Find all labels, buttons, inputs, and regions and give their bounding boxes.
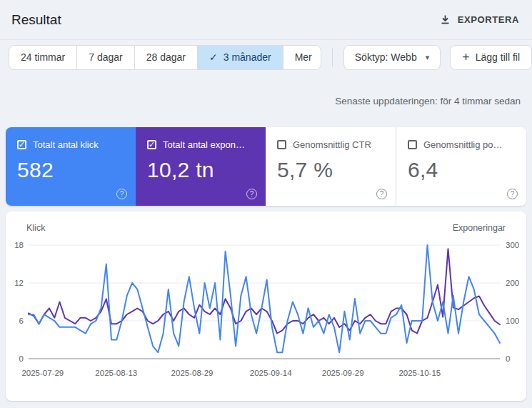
export-label: EXPORTERA — [458, 14, 519, 25]
checkbox-icon[interactable]: ✓ — [17, 140, 26, 149]
plus-icon: + — [462, 50, 470, 65]
chip-label: 28 dagar — [146, 51, 186, 63]
svg-text:200: 200 — [506, 279, 519, 287]
card-value: 6,4 — [408, 158, 515, 182]
help-icon[interactable]: ? — [116, 189, 127, 199]
svg-text:12: 12 — [14, 279, 24, 287]
svg-text:0: 0 — [19, 354, 24, 363]
card-label: Totalt antal klick — [33, 139, 99, 150]
chip-label: Söktyp: Webb — [355, 51, 417, 63]
card-header: Genomsnittlig po… — [408, 139, 515, 150]
card-label: Genomsnittlig po… — [423, 139, 503, 150]
svg-text:100: 100 — [506, 317, 519, 325]
search-console-results-page: Resultat EXPORTERA 24 timmar 7 dagar 28 … — [0, 0, 532, 408]
status-row: Senaste uppdateringen: för 4 timmar seda… — [0, 74, 532, 127]
card-value: 10,2 tn — [147, 158, 254, 182]
chip-24-timmar[interactable]: 24 timmar — [9, 46, 76, 69]
help-icon[interactable]: ? — [376, 189, 387, 199]
card-average-position[interactable]: Genomsnittlig po… 6,4 ? — [396, 127, 526, 206]
card-value: 5,7 % — [277, 158, 384, 182]
chip-mer-dropdown[interactable]: Mer ▾ — [283, 46, 321, 69]
card-average-ctr[interactable]: Genomsnittlig CTR 5,7 % ? — [266, 127, 396, 206]
metric-cards: ✓ Totalt antal klick 582 ? ✓ Totalt anta… — [6, 127, 526, 206]
card-label: Genomsnittlig CTR — [293, 139, 371, 150]
help-icon[interactable]: ? — [507, 189, 518, 199]
svg-text:0: 0 — [506, 354, 510, 363]
chip-label: 3 månader — [224, 51, 271, 63]
svg-text:6: 6 — [19, 317, 24, 325]
svg-text:2025-07-29: 2025-07-29 — [21, 369, 64, 377]
chip-7-dagar[interactable]: 7 dagar — [76, 46, 134, 69]
add-filter-chip[interactable]: + Lägg till fil — [450, 45, 532, 70]
filter-bar: 24 timmar 7 dagar 28 dagar ✓ 3 månader M… — [0, 40, 532, 74]
page-title: Resultat — [11, 12, 61, 28]
results-chart[interactable]: Klick Exponeringar 00610012200183002025-… — [6, 212, 526, 401]
checkbox-icon[interactable]: ✓ — [147, 140, 156, 149]
card-header: ✓ Totalt antal klick — [17, 139, 124, 150]
card-total-clicks[interactable]: ✓ Totalt antal klick 582 ? — [6, 127, 136, 206]
filter-divider — [332, 48, 333, 66]
chevron-down-icon: ▾ — [426, 53, 430, 62]
card-header: ✓ Totalt antal expon… — [147, 139, 254, 150]
page-header: Resultat EXPORTERA — [0, 0, 532, 40]
checkbox-icon[interactable] — [408, 140, 417, 149]
card-label: Totalt antal expon… — [163, 139, 245, 150]
chip-28-dagar[interactable]: 28 dagar — [134, 46, 197, 69]
check-icon: ✓ — [209, 51, 218, 63]
svg-text:2025-08-13: 2025-08-13 — [95, 369, 137, 377]
card-total-impressions[interactable]: ✓ Totalt antal expon… 10,2 tn ? — [136, 127, 266, 206]
chip-label: Mer — [295, 51, 312, 63]
checkbox-icon[interactable] — [277, 140, 286, 149]
chevron-down-icon: ▾ — [321, 53, 321, 62]
export-button[interactable]: EXPORTERA — [440, 14, 519, 25]
download-icon — [440, 14, 451, 25]
svg-text:18: 18 — [14, 241, 24, 249]
chip-label: 7 dagar — [89, 51, 122, 63]
svg-text:2025-10-15: 2025-10-15 — [398, 369, 441, 377]
last-update-text: Senaste uppdateringen: för 4 timmar seda… — [335, 96, 521, 106]
svg-text:2025-09-29: 2025-09-29 — [322, 369, 364, 377]
card-header: Genomsnittlig CTR — [277, 139, 384, 150]
svg-text:2025-08-29: 2025-08-29 — [171, 369, 214, 377]
card-value: 582 — [17, 158, 124, 182]
chip-label: 24 timmar — [21, 51, 65, 63]
help-icon[interactable]: ? — [246, 189, 257, 199]
date-range-segmented-control: 24 timmar 7 dagar 28 dagar ✓ 3 månader M… — [9, 45, 321, 70]
chart-canvas: 00610012200183002025-07-292025-08-132025… — [6, 212, 526, 401]
chip-3-manader[interactable]: ✓ 3 månader — [197, 46, 283, 69]
svg-text:2025-09-14: 2025-09-14 — [250, 369, 292, 377]
search-type-chip[interactable]: Söktyp: Webb ▾ — [343, 45, 441, 70]
chip-label: Lägg till fil — [476, 51, 520, 63]
svg-text:300: 300 — [506, 241, 519, 249]
